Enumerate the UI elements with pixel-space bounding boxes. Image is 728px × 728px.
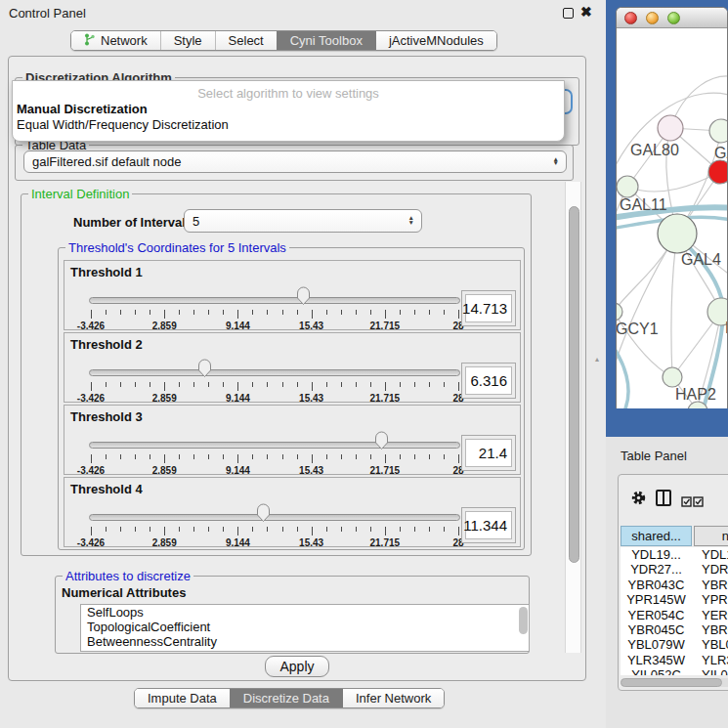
algorithm-option[interactable]: Equal Width/Frequency Discretization [17,117,229,132]
slider-tick [91,454,92,463]
slider-tick [120,382,121,387]
number-of-intervals-combo[interactable]: 5 ▲▼ [184,209,422,233]
tab-discretize-data[interactable]: Discretize Data [230,689,342,707]
algorithm-option[interactable]: Manual Discretization [17,102,148,116]
tab-jactivemnodules[interactable]: jActiveMNodules [375,31,496,50]
tab-label: Cyni Toolbox [290,33,363,48]
table-row[interactable]: YLR345WYLR345W [621,653,728,667]
slider-tick-label: -3.426 [68,537,113,548]
panel-scrollbar[interactable] [565,182,581,653]
table-row[interactable]: YBL079WYBL079W [621,637,728,652]
table-row[interactable]: YPR145WYPR145W [621,592,728,607]
apply-button[interactable]: Apply [265,656,329,677]
slider-tick [208,310,209,315]
split-view-icon[interactable] [656,490,671,506]
threshold-slider-thumb[interactable] [296,286,311,306]
tab-network[interactable]: Network [71,31,160,50]
threshold-slider-track[interactable] [89,369,460,376]
tab-select[interactable]: Select [215,31,277,50]
column-header[interactable]: name [694,526,728,546]
zoom-traffic-light-icon[interactable] [667,12,680,24]
slider-tick [164,382,165,391]
close-icon[interactable]: ✖ [580,4,592,20]
network-node [707,298,727,325]
threshold-value-field[interactable]: 6.316 [461,363,516,399]
column-checkbox-icon[interactable] [693,493,704,511]
slider-tick-label: 15.43 [289,537,334,548]
network-node-label: GCY1 [617,321,659,337]
splitter-grabber[interactable]: ▴ [595,356,603,364]
network-node-label: GA [714,145,727,161]
attribute-item[interactable]: BetweennessCentrality [81,634,529,649]
cell-name: YLR345W [692,653,728,667]
table-data-group: Table Data galFiltered.sif default node … [15,145,574,181]
slider-tick [179,454,180,459]
control-panel: Control Panel ✖ NetworkStyleSelectCyni T… [0,0,606,728]
slider-tick-label: 15.43 [289,393,334,404]
table-panel: Table Panel shared...name YDL19...YDL19.… [606,437,728,728]
threshold-slider-track[interactable] [89,297,460,304]
attribute-item[interactable]: TopologicalCoefficient [81,620,529,634]
table-horizontal-scrollbar-thumb[interactable] [621,678,722,687]
network-window-titlebar[interactable] [617,8,727,28]
column-header[interactable]: shared... [621,526,692,546]
threshold-slider-thumb[interactable] [374,431,389,450]
interval-definition-title: Interval Definition [28,187,132,201]
slider-tick [297,382,298,387]
slider-tick-label: 21.715 [363,465,407,476]
threshold-row: Threshold 2-3.4262.8599.14415.4321.71528… [64,332,521,403]
slider-tick [370,527,371,532]
attribute-item[interactable]: SelfLoops [81,605,529,620]
table-horizontal-scrollbar[interactable] [621,678,728,687]
table-row[interactable]: YIL052CYIL052C [621,667,728,675]
slider-tick [135,382,136,387]
slider-tick [444,454,445,459]
numerical-attributes-label: Numerical Attributes [62,585,186,600]
table-rows[interactable]: YDL19...YDL19...YDR27...YDR27...YBR043CY… [621,547,728,675]
panel-scrollbar-thumb[interactable] [569,206,579,563]
threshold-value-field[interactable]: 21.4 [461,435,516,471]
float-window-icon[interactable] [563,8,574,19]
table-row[interactable]: YBR043CYBR043C [621,578,728,592]
tab-label: Select [229,33,264,48]
tab-cyni-toolbox[interactable]: Cyni Toolbox [277,31,375,50]
table-row[interactable]: YBR045CYBR045C [621,622,728,637]
slider-tick-label: -3.426 [68,321,113,331]
slider-tick [400,527,401,532]
slider-tick [414,454,415,459]
threshold-slider-thumb[interactable] [197,359,212,378]
slider-tick [326,382,327,387]
minimize-traffic-light-icon[interactable] [646,12,659,24]
numerical-attributes-list[interactable]: SelfLoopsTopologicalCoefficientBetweenne… [80,604,530,652]
attributes-list-scrollbar[interactable] [519,607,528,634]
threshold-row: Threshold 1-3.4262.8599.14415.4321.71528… [64,260,521,330]
table-data-combo[interactable]: galFiltered.sif default node ▲▼ [23,150,567,173]
table-row[interactable]: YDL19...YDL19... [621,547,728,562]
settings-gear-icon[interactable] [630,490,647,510]
threshold-value-field[interactable]: 11.344 [461,507,516,543]
tab-impute-data[interactable]: Impute Data [135,689,230,707]
network-icon [84,33,96,49]
slider-tick [370,454,371,459]
tab-label: Network [101,33,148,48]
tab-style[interactable]: Style [160,31,215,50]
network-node [709,119,727,143]
threshold-slider-track[interactable] [89,442,460,449]
threshold-value-field[interactable]: 14.713 [461,290,516,326]
threshold-slider-track[interactable] [89,514,460,521]
threshold-slider-thumb[interactable] [256,503,271,523]
network-canvas[interactable]: GAL80GACGAL11GAL4GCY1HHAP2 [617,28,727,408]
slider-tick [356,382,357,387]
slider-tick [179,527,180,532]
cell-shared-name: YDL19... [621,547,692,562]
slider-tick [91,527,92,535]
slider-tick [106,527,107,532]
table-row[interactable]: YER054CYER054C [621,608,728,622]
column-checkbox-icon[interactable] [681,493,692,511]
tab-infer-network[interactable]: Infer Network [342,689,444,707]
cell-shared-name: YBR043C [621,578,692,592]
close-traffic-light-icon[interactable] [624,12,637,24]
attributes-group: Attributes to discretize Numerical Attri… [55,576,530,654]
table-data-combo-value: galFiltered.sif default node [32,154,181,169]
table-row[interactable]: YDR27...YDR27... [621,562,728,577]
